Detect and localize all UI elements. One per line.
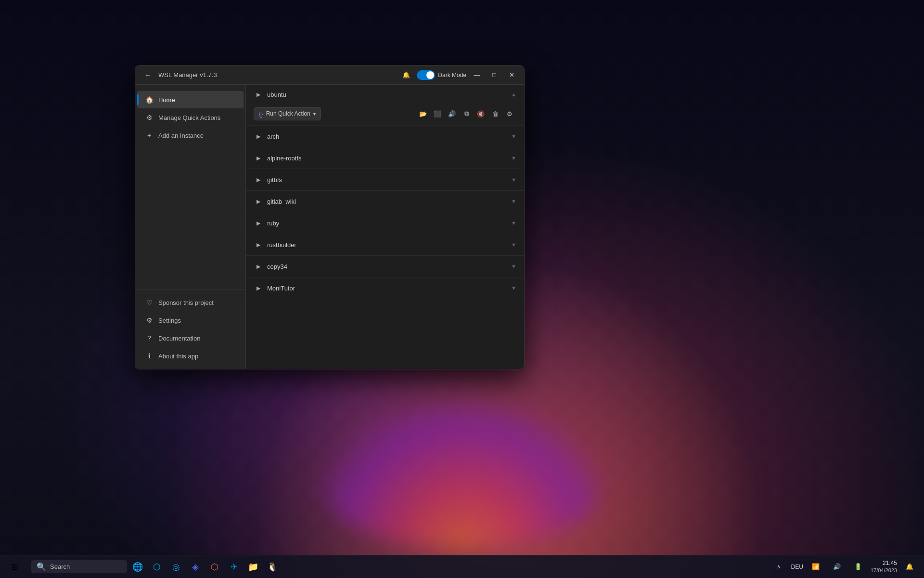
terminal-icon[interactable]: ⬛ <box>431 107 444 120</box>
gitlab-header[interactable]: ▶ gitlab_wiki ▼ <box>246 191 524 212</box>
alpine-header[interactable]: ▶ alpine-rootfs ▼ <box>246 147 524 169</box>
title-bar: ← WSL Manager v1.7.3 🔔 Dark Mode — □ ✕ <box>135 66 524 85</box>
instance-monitautor: ▶ MoniTutor ▼ <box>246 277 524 299</box>
instance-ubuntu: ▶ ubuntu ▲ {} Run Quick Action ▾ 📂 ⬛ 🔊 ⧉ <box>246 85 524 126</box>
edge-icon[interactable]: ◎ <box>167 558 185 576</box>
sidebar-item-docs-label: Documentation <box>158 335 200 342</box>
sidebar-item-settings[interactable]: ⚙ Settings <box>137 312 244 329</box>
gitlab-chevron-icon: ▼ <box>511 198 516 204</box>
minimize-button[interactable]: — <box>470 68 484 82</box>
time-display: 21:45 <box>871 560 897 567</box>
run-quick-action-button[interactable]: {} Run Quick Action ▾ <box>254 107 321 120</box>
taskbar-left: ⊞ <box>6 558 23 576</box>
maximize-button[interactable]: □ <box>488 68 501 82</box>
wsl-icon[interactable]: 🐧 <box>264 558 281 576</box>
sidebar-item-about[interactable]: ℹ About this app <box>137 347 244 365</box>
arch-header[interactable]: ▶ arch ▼ <box>246 126 524 147</box>
ubuntu-chevron-icon: ▲ <box>511 92 516 97</box>
home-icon: 🏠 <box>145 96 154 104</box>
search-bar[interactable]: 🔍 Search <box>31 560 127 573</box>
rustbuilder-name: rustbuilder <box>267 241 511 249</box>
sidebar-item-add-instance[interactable]: + Add an Instance <box>137 127 244 144</box>
language-indicator: DEU <box>791 564 803 570</box>
rustbuilder-header[interactable]: ▶ rustbuilder ▼ <box>246 234 524 255</box>
ruby-play-button[interactable]: ▶ <box>254 218 263 228</box>
instance-settings-icon[interactable]: ⚙ <box>503 107 516 120</box>
sidebar-item-home[interactable]: 🏠 Home <box>137 91 244 108</box>
delete-icon[interactable]: 🗑 <box>488 107 502 120</box>
mute-icon[interactable]: 🔇 <box>474 107 488 120</box>
rustbuilder-chevron-icon: ▼ <box>511 242 516 248</box>
instance-gitbfs: ▶ gitbfs ▼ <box>246 169 524 191</box>
close-button[interactable]: ✕ <box>505 68 518 82</box>
dark-mode-label: Dark Mode <box>438 72 466 79</box>
rustbuilder-play-button[interactable]: ▶ <box>254 240 263 250</box>
alpine-chevron-icon: ▼ <box>511 155 516 161</box>
discord-icon[interactable]: ◈ <box>187 558 204 576</box>
wifi-icon[interactable]: 📶 <box>807 558 824 576</box>
clock[interactable]: 21:45 17/04/2023 <box>871 560 897 574</box>
browser-icon[interactable]: ⬡ <box>206 558 223 576</box>
volume-icon[interactable]: 🔊 <box>828 558 846 576</box>
toggle-switch[interactable] <box>417 70 435 80</box>
sidebar-item-settings-label: Settings <box>158 317 181 324</box>
start-button[interactable]: ⊞ <box>6 558 23 576</box>
ruby-name: ruby <box>267 220 511 227</box>
sidebar-top: 🏠 Home ⚙ Manage Quick Actions + Add an I… <box>135 89 245 289</box>
instance-gitlab-wiki: ▶ gitlab_wiki ▼ <box>246 191 524 212</box>
monitautor-play-button[interactable]: ▶ <box>254 283 263 293</box>
settings-icon: ⚙ <box>145 316 154 324</box>
notification-icon[interactable]: 🔔 <box>901 558 918 576</box>
battery-icon[interactable]: 🔋 <box>849 558 867 576</box>
sound-icon[interactable]: 🔊 <box>445 107 459 120</box>
info-icon: ℹ <box>145 352 154 360</box>
instance-alpine-rootfs: ▶ alpine-rootfs ▼ <box>246 147 524 169</box>
sidebar-item-manage-quick-actions[interactable]: ⚙ Manage Quick Actions <box>137 109 244 126</box>
dropdown-arrow-icon: ▾ <box>313 111 316 117</box>
dark-mode-toggle[interactable]: Dark Mode <box>417 70 466 80</box>
heart-icon: ♡ <box>145 299 154 306</box>
instance-arch: ▶ arch ▼ <box>246 126 524 147</box>
monitautor-header[interactable]: ▶ MoniTutor ▼ <box>246 277 524 299</box>
sidebar-item-sponsor[interactable]: ♡ Sponsor this project <box>137 294 244 311</box>
manage-icon: ⚙ <box>145 114 154 121</box>
sidebar-item-add-label: Add an Instance <box>158 132 204 139</box>
open-folder-icon[interactable]: 📂 <box>416 107 430 120</box>
gitlab-play-button[interactable]: ▶ <box>254 197 263 206</box>
notifications-icon[interactable]: 🔔 <box>399 68 413 82</box>
arch-name: arch <box>267 133 511 140</box>
copy-icon[interactable]: ⧉ <box>460 107 473 120</box>
search-label: Search <box>50 563 70 570</box>
monitautor-chevron-icon: ▼ <box>511 285 516 291</box>
telegram-icon[interactable]: ✈ <box>225 558 243 576</box>
ruby-header[interactable]: ▶ ruby ▼ <box>246 212 524 234</box>
ubuntu-header[interactable]: ▶ ubuntu ▲ <box>246 85 524 104</box>
gitbfs-play-button[interactable]: ▶ <box>254 175 263 184</box>
gitbfs-header[interactable]: ▶ gitbfs ▼ <box>246 169 524 190</box>
sidebar-item-manage-label: Manage Quick Actions <box>158 114 220 121</box>
copy34-play-button[interactable]: ▶ <box>254 262 263 271</box>
ubuntu-actions: {} Run Quick Action ▾ 📂 ⬛ 🔊 ⧉ 🔇 🗑 ⚙ <box>246 104 524 125</box>
arch-chevron-icon: ▼ <box>511 133 516 139</box>
ubuntu-action-icons: 📂 ⬛ 🔊 ⧉ 🔇 🗑 ⚙ <box>416 107 516 120</box>
instance-ruby: ▶ ruby ▼ <box>246 212 524 234</box>
arch-play-button[interactable]: ▶ <box>254 131 263 141</box>
docs-icon: ? <box>145 334 154 342</box>
sidebar-item-documentation[interactable]: ? Documentation <box>137 329 244 347</box>
back-button[interactable]: ← <box>141 68 154 82</box>
search-icon: 🔍 <box>37 562 46 571</box>
vscode-icon[interactable]: ⬡ <box>148 558 166 576</box>
copy34-header[interactable]: ▶ copy34 ▼ <box>246 256 524 277</box>
widgets-icon[interactable]: 🌐 <box>129 558 146 576</box>
taskbar: ⊞ 🔍 Search 🌐 ⬡ ◎ ◈ ⬡ ✈ 📁 🐧 ∧ DEU 📶 🔊 🔋 2… <box>0 555 924 578</box>
alpine-play-button[interactable]: ▶ <box>254 153 263 163</box>
files-icon[interactable]: 📁 <box>244 558 262 576</box>
toggle-knob <box>426 71 434 79</box>
ubuntu-play-button[interactable]: ▶ <box>254 90 263 99</box>
taskbar-center: 🔍 Search 🌐 ⬡ ◎ ◈ ⬡ ✈ 📁 🐧 <box>31 558 281 576</box>
tray-expand-icon[interactable]: ∧ <box>770 558 787 576</box>
window-controls: 🔔 Dark Mode — □ ✕ <box>399 68 518 82</box>
sidebar-item-about-label: About this app <box>158 353 198 360</box>
ubuntu-name: ubuntu <box>267 91 511 98</box>
sidebar: 🏠 Home ⚙ Manage Quick Actions + Add an I… <box>135 85 246 369</box>
